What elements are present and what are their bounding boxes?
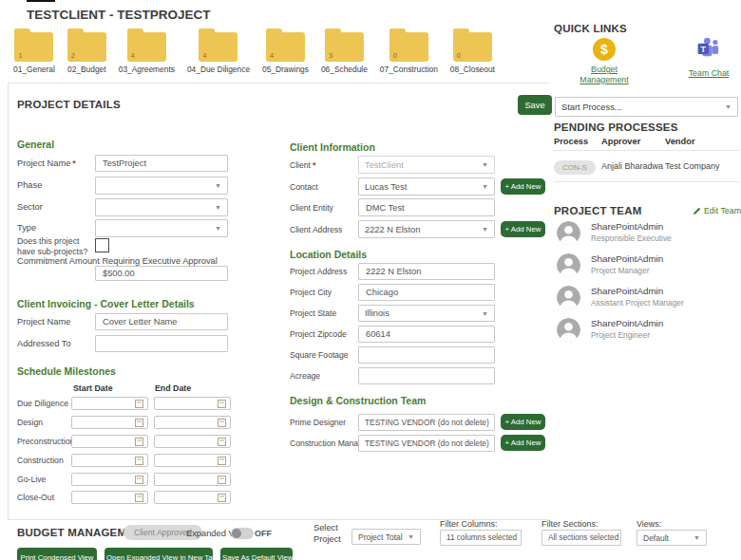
construction-start-date-input[interactable]	[71, 454, 148, 467]
select-project-dropdown[interactable]: Project Total▼	[352, 529, 421, 545]
type-select[interactable]: ▼	[95, 219, 228, 237]
commitment-amount-input[interactable]	[95, 266, 228, 281]
team-member-row[interactable]: SharePointAdmin Project Engineer	[557, 318, 663, 342]
prime-designer-select[interactable]: TESTING VENDOR (do not delete)▼	[358, 414, 495, 431]
pending-processes-title: PENDING PROCESSES	[554, 121, 678, 133]
sector-label: Sector	[17, 202, 95, 212]
acreage-input[interactable]	[358, 367, 495, 384]
add-new-construction-manager-button[interactable]: + Add New	[501, 435, 545, 451]
project-name-input[interactable]	[95, 155, 228, 172]
start-process-select[interactable]: Start Process... ▼	[555, 97, 738, 117]
addressed-to-input[interactable]	[95, 335, 228, 352]
go-live-start-date-input[interactable]	[71, 473, 148, 486]
vendor-column-header: Vendor	[665, 137, 695, 146]
sector-select[interactable]: ▼	[95, 198, 228, 216]
preconstruction-end-date-input[interactable]	[154, 435, 231, 448]
folder-06-schedule[interactable]: 3 06_Schedule	[321, 32, 368, 74]
required-asterisk: *	[72, 159, 76, 168]
cover-letter-project-name-label: Project Name	[17, 317, 95, 327]
folder-07-construction[interactable]: 0 07_Construction	[380, 32, 438, 74]
milestone-label: Construction	[17, 456, 71, 465]
folder-05-drawings[interactable]: 4 05_Drawings	[262, 32, 309, 74]
team-member-row[interactable]: SharePointAdmin Responsible Executive	[557, 221, 672, 245]
open-expanded-view-button[interactable]: Open Expanded View in New Tab	[104, 548, 213, 560]
phase-select[interactable]: ▼	[95, 177, 228, 195]
type-label: Type	[17, 223, 95, 233]
views-dropdown[interactable]: Default▼	[636, 530, 707, 546]
square-footage-input[interactable]	[358, 346, 495, 364]
due-diligence-start-date-input[interactable]	[71, 397, 148, 410]
folder-08-closeout[interactable]: 0 08_Closeout	[450, 32, 495, 74]
dollar-circle-icon: $	[593, 38, 616, 61]
calendar-icon	[218, 476, 226, 484]
member-role: Project Engineer	[591, 330, 663, 340]
member-name: SharePointAdmin	[591, 318, 663, 328]
client-select[interactable]: TestClient▼	[358, 156, 495, 174]
print-condensed-view-button[interactable]: Print Condensed View	[17, 548, 97, 560]
preconstruction-start-date-input[interactable]	[71, 435, 148, 448]
due-diligence-end-date-input[interactable]	[154, 397, 231, 410]
folder-03-agreements[interactable]: 4 03_Agreements	[119, 32, 175, 74]
contact-select[interactable]: Lucas Test▼	[358, 177, 495, 196]
pending-process-row[interactable]: CON-S	[554, 157, 596, 175]
folder-02-budget[interactable]: 2 02_Budget	[67, 32, 106, 74]
project-city-input[interactable]	[358, 284, 495, 301]
subprojects-label: Does this project have sub-projects?	[17, 236, 95, 256]
subprojects-checkbox[interactable]	[95, 238, 109, 252]
folder-01-general[interactable]: 1 01_General	[13, 32, 55, 74]
project-state-select[interactable]: Illinois▼	[358, 305, 495, 322]
save-as-default-view-button[interactable]: Save As Default View	[220, 548, 293, 560]
add-new-contact-button[interactable]: + Add New	[501, 178, 545, 195]
folder-icon: 0	[453, 32, 492, 62]
client-entity-label: Client Entity	[290, 203, 358, 213]
add-new-client-address-button[interactable]: + Add New	[501, 221, 545, 237]
client-information-section-title: Client Information	[290, 141, 375, 153]
member-role: Project Manager	[591, 266, 663, 275]
svg-text:T: T	[701, 45, 707, 54]
quick-link-budget-management[interactable]: $ Budget Management	[574, 38, 635, 85]
chevron-down-icon: ▼	[215, 225, 221, 232]
acreage-label: Acreage	[290, 371, 358, 381]
filter-sections-dropdown[interactable]: All sections selected▼	[542, 530, 621, 546]
toggle-knob	[232, 529, 241, 538]
go-live-end-date-input[interactable]	[154, 473, 231, 486]
save-button[interactable]: Save	[518, 95, 552, 115]
folder-04-due-diligence[interactable]: 4 04_Due Diligence	[187, 32, 250, 74]
toggle-state-label: OFF	[255, 529, 272, 538]
quick-link-team-chat[interactable]: T Team Chat	[678, 36, 739, 79]
client-address-select[interactable]: 2222 N Elston▼	[358, 220, 495, 238]
process-badge[interactable]: CON-S	[554, 160, 596, 175]
chevron-down-icon: ▼	[215, 182, 221, 189]
filter-columns-dropdown[interactable]: 11 columns selected▼	[440, 530, 522, 546]
folder-icon: 4	[266, 32, 305, 62]
expanded-view-toggle[interactable]	[231, 528, 254, 539]
select-project-label: Select Project	[314, 523, 352, 545]
add-new-prime-designer-button[interactable]: + Add New	[501, 414, 545, 430]
edit-team-button[interactable]: Edit Team	[693, 206, 741, 215]
construction-manager-select[interactable]: TESTING VENDOR (do not delete)▼	[358, 435, 495, 452]
project-city-label: Project City	[290, 288, 358, 297]
project-zipcode-input[interactable]	[358, 326, 495, 343]
phase-label: Phase	[17, 180, 95, 190]
calendar-icon	[218, 419, 226, 427]
calendar-icon	[135, 438, 143, 446]
design-start-date-input[interactable]	[71, 416, 148, 429]
approver-cell: Anjali Bharadwa	[601, 161, 663, 171]
folder-count: 4	[270, 51, 274, 60]
team-member-row[interactable]: SharePointAdmin Assistant Project Manage…	[557, 286, 684, 309]
project-name-label: Project Name*	[17, 159, 95, 168]
client-entity-input[interactable]	[358, 198, 495, 216]
close-out-start-date-input[interactable]	[71, 491, 148, 504]
project-page: TESTCLIENT - TESTPROJECT 1 01_General 2 …	[0, 0, 741, 560]
addressed-to-label: Addressed To	[17, 339, 95, 348]
page-title: TESTCLIENT - TESTPROJECT	[27, 8, 211, 22]
close-out-end-date-input[interactable]	[154, 491, 231, 504]
project-address-input[interactable]	[358, 263, 495, 280]
cover-letter-project-name-input[interactable]	[95, 313, 228, 330]
team-member-row[interactable]: SharePointAdmin Project Manager	[557, 253, 663, 277]
construction-end-date-input[interactable]	[154, 454, 231, 467]
teams-icon: T	[696, 36, 721, 65]
end-date-column-header: End Date	[155, 383, 191, 393]
views-label: Views:	[636, 519, 661, 529]
design-end-date-input[interactable]	[154, 416, 231, 429]
